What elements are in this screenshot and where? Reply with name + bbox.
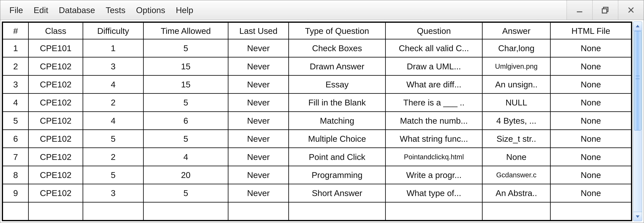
cell-difficulty[interactable]: 4 — [83, 112, 144, 130]
cell-difficulty[interactable]: 2 — [83, 93, 144, 112]
cell-question[interactable]: Pointandclickq.html — [386, 148, 482, 166]
cell-num[interactable]: 3 — [3, 75, 28, 93]
vertical-scrollbar[interactable] — [633, 22, 642, 221]
cell-class[interactable]: CPE101 — [28, 39, 83, 57]
cell-difficulty[interactable]: 2 — [83, 148, 144, 166]
cell-type[interactable]: Multiple Choice — [289, 130, 386, 148]
table-row[interactable] — [3, 202, 631, 220]
cell-answer[interactable]: None — [482, 148, 550, 166]
table-row[interactable]: 8CPE102520NeverProgrammingWrite a progr.… — [3, 166, 631, 184]
cell-question[interactable]: What string func... — [386, 130, 482, 148]
cell-num[interactable]: 9 — [3, 184, 28, 202]
menu-help[interactable]: Help — [171, 4, 198, 17]
cell-class[interactable]: CPE102 — [28, 148, 83, 166]
cell-time-allowed[interactable]: 6 — [144, 112, 228, 130]
cell-class[interactable]: CPE102 — [28, 112, 83, 130]
cell-class[interactable] — [28, 202, 83, 220]
cell-answer[interactable]: An Abstra.. — [482, 184, 550, 202]
cell-num[interactable]: 8 — [3, 166, 28, 184]
cell-difficulty[interactable] — [83, 202, 144, 220]
table-row[interactable]: 3CPE102415NeverEssayWhat are diff...An u… — [3, 75, 631, 93]
cell-type[interactable]: Matching — [289, 112, 386, 130]
cell-answer[interactable]: An unsign.. — [482, 75, 550, 93]
cell-time-allowed[interactable] — [144, 202, 228, 220]
menu-tests[interactable]: Tests — [101, 4, 130, 17]
cell-last-used[interactable]: Never — [228, 39, 289, 57]
cell-html-file[interactable]: None — [550, 75, 631, 93]
scroll-track[interactable] — [634, 31, 642, 212]
questions-table[interactable]: # Class Difficulty Time Allowed Last Use… — [2, 22, 632, 220]
col-header-question[interactable]: Question — [386, 23, 482, 39]
cell-class[interactable]: CPE102 — [28, 75, 83, 93]
cell-num[interactable]: 5 — [3, 112, 28, 130]
cell-time-allowed[interactable]: 20 — [144, 166, 228, 184]
cell-html-file[interactable] — [550, 202, 631, 220]
table-row[interactable]: 9CPE10235NeverShort AnswerWhat type of..… — [3, 184, 631, 202]
cell-difficulty[interactable]: 3 — [83, 184, 144, 202]
cell-last-used[interactable]: Never — [228, 112, 289, 130]
cell-class[interactable]: CPE102 — [28, 57, 83, 75]
cell-class[interactable]: CPE102 — [28, 93, 83, 112]
scroll-up-button[interactable] — [634, 22, 642, 31]
cell-last-used[interactable]: Never — [228, 75, 289, 93]
cell-answer[interactable]: 4 Bytes, ... — [482, 112, 550, 130]
cell-type[interactable]: Point and Click — [289, 148, 386, 166]
maximize-button[interactable] — [592, 0, 618, 20]
col-header-last-used[interactable]: Last Used — [228, 23, 289, 39]
col-header-type[interactable]: Type of Question — [289, 23, 386, 39]
cell-question[interactable]: What are diff... — [386, 75, 482, 93]
cell-type[interactable]: Short Answer — [289, 184, 386, 202]
cell-class[interactable]: CPE102 — [28, 184, 83, 202]
table-row[interactable]: 5CPE10246NeverMatchingMatch the numb...4… — [3, 112, 631, 130]
cell-html-file[interactable]: None — [550, 112, 631, 130]
scroll-down-button[interactable] — [634, 212, 642, 221]
cell-num[interactable] — [3, 202, 28, 220]
cell-time-allowed[interactable]: 4 — [144, 148, 228, 166]
cell-time-allowed[interactable]: 5 — [144, 184, 228, 202]
col-header-class[interactable]: Class — [28, 23, 83, 39]
cell-num[interactable]: 6 — [3, 130, 28, 148]
cell-last-used[interactable] — [228, 202, 289, 220]
cell-html-file[interactable]: None — [550, 39, 631, 57]
menu-edit[interactable]: Edit — [29, 4, 53, 17]
cell-difficulty[interactable]: 5 — [83, 130, 144, 148]
menu-options[interactable]: Options — [132, 4, 170, 17]
cell-type[interactable]: Fill in the Blank — [289, 93, 386, 112]
cell-question[interactable] — [386, 202, 482, 220]
cell-num[interactable]: 4 — [3, 93, 28, 112]
col-header-num[interactable]: # — [3, 23, 28, 39]
menu-file[interactable]: File — [5, 4, 28, 17]
col-header-difficulty[interactable]: Difficulty — [83, 23, 144, 39]
cell-type[interactable] — [289, 202, 386, 220]
cell-last-used[interactable]: Never — [228, 130, 289, 148]
cell-difficulty[interactable]: 3 — [83, 57, 144, 75]
cell-html-file[interactable]: None — [550, 166, 631, 184]
cell-difficulty[interactable]: 4 — [83, 75, 144, 93]
cell-question[interactable]: Check all valid C... — [386, 39, 482, 57]
cell-question[interactable]: There is a ___ .. — [386, 93, 482, 112]
cell-last-used[interactable]: Never — [228, 93, 289, 112]
cell-type[interactable]: Drawn Answer — [289, 57, 386, 75]
cell-answer[interactable]: Size_t str.. — [482, 130, 550, 148]
cell-last-used[interactable]: Never — [228, 148, 289, 166]
cell-type[interactable]: Check Boxes — [289, 39, 386, 57]
cell-question[interactable]: Write a progr... — [386, 166, 482, 184]
cell-answer[interactable]: NULL — [482, 93, 550, 112]
table-row[interactable]: 6CPE10255NeverMultiple ChoiceWhat string… — [3, 130, 631, 148]
cell-html-file[interactable]: None — [550, 93, 631, 112]
scroll-thumb[interactable] — [634, 31, 641, 131]
col-header-answer[interactable]: Answer — [482, 23, 550, 39]
cell-num[interactable]: 7 — [3, 148, 28, 166]
cell-html-file[interactable]: None — [550, 130, 631, 148]
cell-difficulty[interactable]: 5 — [83, 166, 144, 184]
cell-html-file[interactable]: None — [550, 57, 631, 75]
table-row[interactable]: 1CPE10115NeverCheck BoxesCheck all valid… — [3, 39, 631, 57]
cell-num[interactable]: 1 — [3, 39, 28, 57]
cell-time-allowed[interactable]: 5 — [144, 130, 228, 148]
cell-question[interactable]: Match the numb... — [386, 112, 482, 130]
cell-last-used[interactable]: Never — [228, 57, 289, 75]
cell-last-used[interactable]: Never — [228, 184, 289, 202]
cell-html-file[interactable]: None — [550, 148, 631, 166]
minimize-button[interactable] — [566, 0, 592, 20]
cell-question[interactable]: What type of... — [386, 184, 482, 202]
